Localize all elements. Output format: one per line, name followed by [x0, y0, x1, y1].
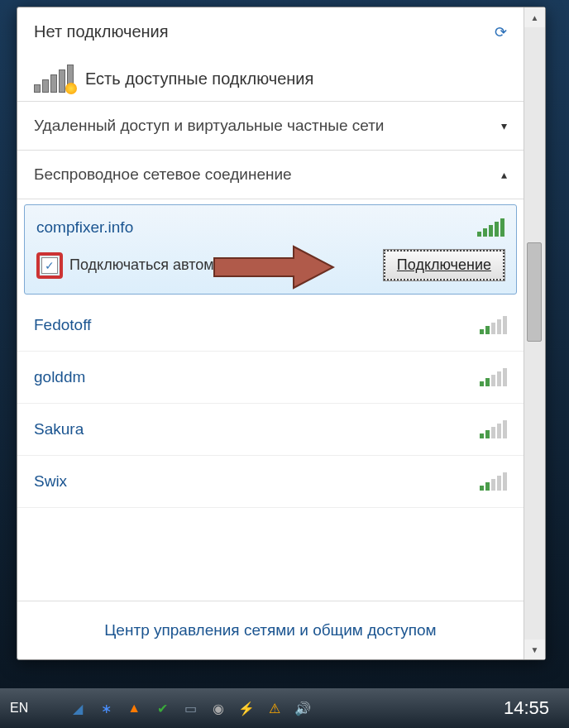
auto-connect-checkbox[interactable]: ✓: [41, 257, 58, 274]
wireless-section-title: Беспроводное сетевое соединение: [34, 165, 292, 184]
network-center-link[interactable]: Центр управления сетями и общим доступом: [17, 601, 524, 659]
network-item[interactable]: golddm: [17, 352, 524, 404]
tray-bluetooth-icon[interactable]: ∗: [98, 700, 114, 716]
chevron-up-icon: ▴: [501, 168, 507, 181]
network-popup: Нет подключения ⟳ Есть доступные подключ…: [17, 7, 546, 660]
taskbar-clock[interactable]: 14:55: [504, 697, 549, 719]
popup-content: Нет подключения ⟳ Есть доступные подключ…: [17, 7, 524, 659]
network-name: Sakura: [34, 420, 84, 438]
taskbar: EN ◢ ∗ ▲ ✔ ▭ ◉ ⚡ ⚠ 🔊 14:55: [0, 688, 569, 728]
tray-monitor-icon[interactable]: ▭: [182, 700, 198, 716]
wifi-signal-icon: [480, 368, 507, 386]
wifi-signal-icon: [480, 316, 507, 334]
network-name: Swix: [34, 472, 67, 491]
network-item[interactable]: Sakura: [17, 404, 524, 456]
popup-header: Нет подключения ⟳ Есть доступные подключ…: [17, 7, 524, 102]
network-name: golddm: [34, 368, 85, 386]
available-connections-text: Есть доступные подключения: [85, 69, 313, 89]
scroll-down-arrow[interactable]: ▼: [524, 639, 545, 659]
refresh-icon[interactable]: ⟳: [495, 23, 507, 41]
tray-plug-icon[interactable]: ⚡: [238, 700, 255, 716]
chevron-down-icon: ▾: [501, 119, 507, 132]
tray-volume-icon[interactable]: 🔊: [294, 700, 311, 716]
wifi-signal-icon: [477, 218, 504, 237]
signal-status-icon: [34, 65, 74, 93]
tray-globe-icon[interactable]: ◉: [210, 700, 227, 716]
system-tray: ◢ ∗ ▲ ✔ ▭ ◉ ⚡ ⚠ 🔊: [69, 700, 311, 716]
scroll-up-arrow[interactable]: ▲: [524, 7, 545, 27]
tray-drive-icon[interactable]: ◢: [69, 700, 86, 716]
language-indicator[interactable]: EN: [10, 701, 28, 716]
network-item[interactable]: Swix: [17, 456, 524, 508]
tray-network-icon[interactable]: ⚠: [266, 700, 283, 716]
vpn-section-header[interactable]: Удаленный доступ и виртуальные частные с…: [17, 102, 524, 151]
network-name: Fedotoff: [34, 316, 91, 334]
selected-network-item[interactable]: compfixer.info ✓ Подключаться автоматиче…: [24, 204, 517, 295]
wireless-section-header[interactable]: Беспроводное сетевое соединение ▴: [17, 151, 524, 199]
network-center-link-text: Центр управления сетями и общим доступом: [104, 621, 436, 639]
wifi-signal-icon: [480, 472, 507, 491]
tray-app-icon[interactable]: ▲: [126, 700, 142, 716]
wifi-signal-icon: [480, 420, 507, 438]
vpn-section-title: Удаленный доступ и виртуальные частные с…: [34, 117, 384, 135]
scroll-track[interactable]: [524, 27, 545, 639]
checkbox-annotation-highlight: ✓: [36, 252, 63, 279]
svg-marker-0: [214, 247, 333, 288]
selected-network-name: compfixer.info: [36, 218, 133, 237]
connect-button[interactable]: Подключение: [384, 250, 504, 280]
scroll-thumb[interactable]: [527, 242, 542, 342]
connection-status-title: Нет подключения: [34, 22, 169, 41]
tray-shield-icon[interactable]: ✔: [154, 700, 170, 716]
arrow-annotation-icon: [211, 245, 335, 293]
network-item[interactable]: Fedotoff: [17, 299, 524, 352]
scrollbar[interactable]: ▲ ▼: [524, 7, 545, 659]
